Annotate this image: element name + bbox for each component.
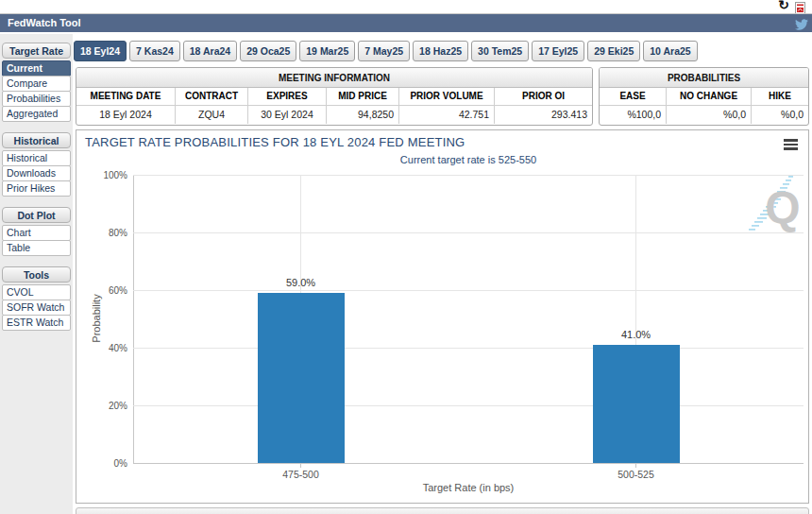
sidebar-item-prior-hikes[interactable]: Prior Hikes <box>2 180 71 197</box>
value-expires: 30 Eyl 2024 <box>248 106 327 124</box>
target-rate-chart-panel: TARGET RATE PROBABILITIES FOR 18 EYL 202… <box>76 129 809 504</box>
twitter-icon[interactable] <box>795 17 808 34</box>
sidebar-header-dot-plot: Dot Plot <box>2 207 71 223</box>
tab-7-kas24[interactable]: 7 Kas24 <box>129 41 180 61</box>
sidebar-section-target-rate: Target Rate Current Compare Probabilitie… <box>2 43 71 122</box>
probabilities-title: PROBABILITIES <box>600 68 808 88</box>
sidebar: Target Rate Current Compare Probabilitie… <box>2 43 71 341</box>
meeting-information-title: MEETING INFORMATION <box>76 68 592 88</box>
value-meeting-date: 18 Eyl 2024 <box>76 106 176 124</box>
tab-30-tem25[interactable]: 30 Tem25 <box>471 41 529 61</box>
sidebar-header-target-rate: Target Rate <box>2 43 71 59</box>
sidebar-item-compare[interactable]: Compare <box>2 76 71 92</box>
bar-475-500 <box>258 293 345 463</box>
bar-value-label-500-525: 41.0% <box>599 329 674 340</box>
fedwatch-app: ↻ FedWatch Tool Target Rate Current Comp… <box>0 0 812 514</box>
sidebar-item-downloads[interactable]: Downloads <box>2 165 71 181</box>
y-axis-title: Probability <box>91 175 102 463</box>
col-expires: EXPIRES <box>248 88 327 106</box>
sidebar-item-table[interactable]: Table <box>2 240 71 256</box>
chart-title: TARGET RATE PROBABILITIES FOR 18 EYL 202… <box>85 135 465 149</box>
browser-strip: ↻ <box>0 0 812 13</box>
tab-18-ara24[interactable]: 18 Ara24 <box>183 41 237 61</box>
probabilities-value-row: %100,0 %0,0 %0,0 <box>600 106 808 124</box>
refresh-icon[interactable]: ↻ <box>778 0 789 12</box>
value-ease: %100,0 <box>600 106 667 124</box>
meeting-date-tabs: 18 Eyl24 7 Kas24 18 Ara24 29 Oca25 19 Ma… <box>74 41 698 61</box>
sidebar-header-tools: Tools <box>2 266 71 283</box>
sidebar-section-historical: Historical Historical Downloads Prior Hi… <box>2 132 71 197</box>
col-mid-price: MID PRICE <box>327 88 399 106</box>
tab-7-may25[interactable]: 7 May25 <box>358 41 410 61</box>
tab-29-eki25[interactable]: 29 Eki25 <box>587 41 640 61</box>
tab-18-eyl24[interactable]: 18 Eyl24 <box>74 41 127 61</box>
col-contract: CONTRACT <box>176 88 248 106</box>
chart-subtitle: Current target rate is 525-550 <box>133 154 804 165</box>
bar-500-525 <box>593 345 680 463</box>
col-hike: HIKE <box>752 88 808 106</box>
col-meeting-date: MEETING DATE <box>76 88 176 106</box>
gridline-100 <box>133 175 804 176</box>
value-mid-price: 94,8250 <box>327 106 399 124</box>
sidebar-item-current[interactable]: Current <box>2 60 71 77</box>
sidebar-section-tools: Tools CVOL SOFR Watch ESTR Watch <box>2 266 71 331</box>
sidebar-item-sofr-watch[interactable]: SOFR Watch <box>2 300 71 316</box>
bar-chart-plot-area: 0%20%40%60%80%100%59.0%475-50041.0%500-5… <box>133 175 804 463</box>
x-category-label-475-500: 475-500 <box>245 469 358 480</box>
value-prior-volume: 42.751 <box>399 106 495 124</box>
x-axis-title: Target Rate (in bps) <box>133 482 804 493</box>
sidebar-item-probabilities[interactable]: Probabilities <box>2 91 71 107</box>
x-category-label-500-525: 500-525 <box>580 469 693 480</box>
sidebar-item-historical[interactable]: Historical <box>2 150 71 166</box>
probabilities-header-row: EASE NO CHANGE HIKE <box>600 88 808 106</box>
sidebar-item-chart[interactable]: Chart <box>2 225 71 241</box>
app-title: FedWatch Tool <box>8 17 81 28</box>
sidebar-item-aggregated[interactable]: Aggregated <box>2 106 71 122</box>
tab-19-mar25[interactable]: 19 Mar25 <box>299 41 355 61</box>
chart-menu-icon[interactable] <box>784 139 798 152</box>
collapsed-panel-header <box>76 507 809 514</box>
sidebar-item-estr-watch[interactable]: ESTR Watch <box>2 315 71 331</box>
meeting-information-panel: MEETING INFORMATION MEETING DATE CONTRAC… <box>76 67 593 126</box>
meeting-information-header-row: MEETING DATE CONTRACT EXPIRES MID PRICE … <box>76 88 592 106</box>
app-title-bar: FedWatch Tool <box>0 13 812 32</box>
x-tick-500-525 <box>635 464 636 468</box>
tab-18-haz25[interactable]: 18 Haz25 <box>413 41 468 61</box>
tab-17-eyl25[interactable]: 17 Eyl25 <box>532 41 584 61</box>
meeting-information-value-row: 18 Eyl 2024 ZQU4 30 Eyl 2024 94,8250 42.… <box>76 106 592 124</box>
gridline-20 <box>133 405 804 406</box>
value-hike: %0,0 <box>752 106 808 124</box>
x-tick-475-500 <box>300 464 301 468</box>
tab-29-oca25[interactable]: 29 Oca25 <box>240 41 296 61</box>
value-prior-oi: 293.413 <box>495 106 592 124</box>
col-prior-volume: PRIOR VOLUME <box>399 88 495 106</box>
y-axis-line <box>133 175 134 463</box>
value-contract: ZQU4 <box>176 106 248 124</box>
value-no-change: %0,0 <box>667 106 752 124</box>
sidebar-section-dot-plot: Dot Plot Chart Table <box>2 207 71 256</box>
export-pdf-icon[interactable] <box>795 1 805 13</box>
sidebar-item-cvol[interactable]: CVOL <box>2 284 71 300</box>
probabilities-panel: PROBABILITIES EASE NO CHANGE HIKE %100,0… <box>599 67 809 126</box>
gridline-40 <box>133 348 804 349</box>
gridline-60 <box>133 290 804 291</box>
sidebar-header-historical: Historical <box>2 132 71 148</box>
col-no-change: NO CHANGE <box>667 88 752 106</box>
col-prior-oi: PRIOR OI <box>495 88 592 106</box>
x-axis-line <box>133 463 804 464</box>
gridline-80 <box>133 232 804 233</box>
col-ease: EASE <box>600 88 667 106</box>
tab-10-ara25[interactable]: 10 Ara25 <box>643 41 697 61</box>
bar-value-label-475-500: 59.0% <box>263 277 339 288</box>
